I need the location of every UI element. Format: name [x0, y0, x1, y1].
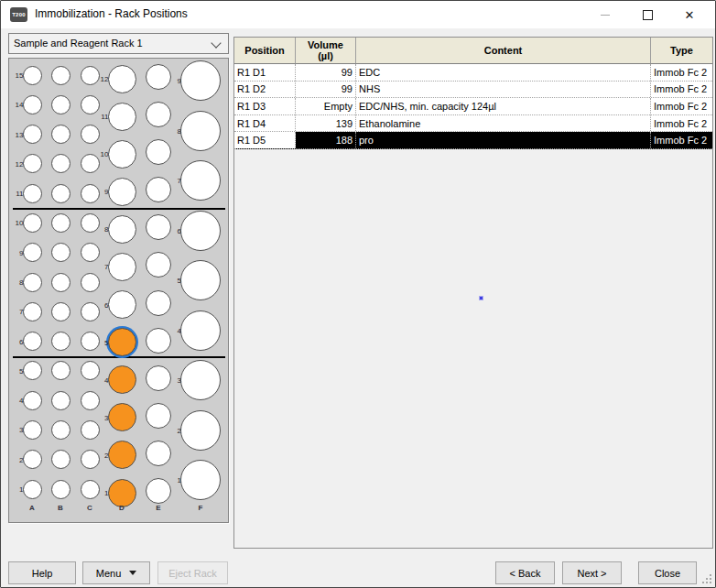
- cell-content[interactable]: Ethanolamine: [356, 115, 651, 132]
- well-C10[interactable]: [81, 213, 100, 233]
- well-C9[interactable]: [81, 243, 100, 262]
- well-D4[interactable]: [108, 365, 136, 394]
- well-C5[interactable]: [81, 361, 100, 380]
- well-E5[interactable]: [146, 328, 171, 354]
- well-F5[interactable]: [180, 260, 221, 300]
- column-header-type[interactable]: Type: [651, 38, 712, 64]
- well-F4[interactable]: [180, 310, 221, 351]
- well-A7[interactable]: [23, 302, 42, 321]
- cell-volume[interactable]: 99: [296, 64, 356, 81]
- well-F8[interactable]: [180, 111, 221, 151]
- cell-position[interactable]: R1 D3: [234, 98, 296, 114]
- well-E9[interactable]: [146, 177, 171, 202]
- well-B5[interactable]: [51, 361, 71, 380]
- cell-position[interactable]: R1 D1: [234, 64, 296, 81]
- help-button[interactable]: Help: [8, 561, 76, 584]
- well-F6[interactable]: [180, 211, 221, 251]
- well-B1[interactable]: [51, 480, 71, 499]
- well-D6[interactable]: [108, 290, 136, 319]
- well-A1[interactable]: [23, 480, 42, 499]
- table-row-R1-D2[interactable]: R1 D299NHSImmob Fc 2: [234, 82, 712, 99]
- cell-type[interactable]: Immob Fc 2: [651, 132, 712, 148]
- well-C2[interactable]: [81, 450, 100, 469]
- well-F9[interactable]: [180, 60, 221, 101]
- table-row-R1-D1[interactable]: R1 D199EDCImmob Fc 2: [234, 64, 712, 82]
- well-B12[interactable]: [51, 154, 71, 173]
- cell-volume[interactable]: 188: [296, 132, 356, 148]
- resize-grip[interactable]: [702, 574, 713, 585]
- table-row-R1-D3[interactable]: R1 D3EmptyEDC/NHS, min. capacity 124µlIm…: [234, 98, 712, 115]
- well-D9[interactable]: [108, 178, 136, 206]
- well-E1[interactable]: [146, 478, 171, 504]
- well-B11[interactable]: [51, 184, 71, 203]
- well-B8[interactable]: [51, 273, 71, 292]
- well-C3[interactable]: [81, 420, 100, 440]
- maximize-button[interactable]: [626, 1, 668, 28]
- cell-volume[interactable]: 139: [296, 115, 356, 132]
- well-B15[interactable]: [51, 66, 71, 85]
- well-C14[interactable]: [81, 95, 100, 114]
- cell-position[interactable]: R1 D5: [234, 132, 296, 148]
- well-D5[interactable]: [108, 328, 136, 356]
- table-row-R1-D4[interactable]: R1 D4139EthanolamineImmob Fc 2: [234, 115, 712, 133]
- well-C13[interactable]: [81, 125, 100, 144]
- well-B4[interactable]: [51, 391, 71, 410]
- well-A15[interactable]: [23, 66, 42, 85]
- cell-content[interactable]: NHS: [356, 82, 651, 98]
- close-button[interactable]: Close: [638, 561, 697, 584]
- well-A2[interactable]: [23, 450, 42, 469]
- well-C12[interactable]: [81, 154, 100, 173]
- well-D2[interactable]: [108, 441, 136, 469]
- well-C6[interactable]: [81, 332, 100, 351]
- cell-volume[interactable]: Empty: [296, 98, 356, 114]
- well-A14[interactable]: [23, 95, 42, 114]
- well-C11[interactable]: [81, 184, 100, 203]
- well-C15[interactable]: [81, 66, 100, 85]
- well-D8[interactable]: [108, 215, 136, 244]
- well-A12[interactable]: [23, 154, 42, 173]
- well-C1[interactable]: [81, 480, 100, 499]
- well-A8[interactable]: [23, 273, 42, 292]
- well-E10[interactable]: [146, 139, 171, 165]
- cell-content[interactable]: EDC: [356, 64, 651, 81]
- cell-position[interactable]: R1 D4: [234, 115, 296, 132]
- well-E6[interactable]: [146, 290, 171, 316]
- cell-type[interactable]: Immob Fc 2: [651, 115, 712, 132]
- well-E2[interactable]: [146, 441, 171, 466]
- well-B14[interactable]: [51, 95, 71, 114]
- well-D12[interactable]: [108, 65, 136, 93]
- well-B9[interactable]: [51, 243, 71, 262]
- well-E11[interactable]: [146, 102, 171, 127]
- close-window-button[interactable]: ✕: [668, 1, 711, 28]
- well-C4[interactable]: [81, 391, 100, 410]
- rack-selector-dropdown[interactable]: Sample and Reagent Rack 1: [8, 33, 229, 54]
- well-A4[interactable]: [23, 391, 42, 410]
- well-E12[interactable]: [146, 64, 171, 90]
- well-F3[interactable]: [180, 360, 221, 400]
- cell-content[interactable]: pro: [356, 132, 651, 148]
- well-B2[interactable]: [51, 450, 71, 469]
- well-B6[interactable]: [51, 332, 71, 351]
- well-F2[interactable]: [180, 410, 221, 451]
- well-E7[interactable]: [146, 252, 171, 278]
- menu-button[interactable]: Menu: [82, 561, 150, 584]
- column-header-volume[interactable]: Volume (µl): [296, 38, 356, 64]
- well-F1[interactable]: [180, 460, 221, 500]
- cell-type[interactable]: Immob Fc 2: [651, 64, 712, 81]
- cell-volume[interactable]: 99: [296, 82, 356, 98]
- well-E8[interactable]: [146, 214, 171, 240]
- well-C8[interactable]: [81, 273, 100, 292]
- well-E3[interactable]: [146, 403, 171, 429]
- well-B10[interactable]: [51, 213, 71, 233]
- next-button[interactable]: Next >: [562, 561, 622, 584]
- well-A5[interactable]: [23, 361, 42, 380]
- well-A3[interactable]: [23, 420, 42, 440]
- well-B3[interactable]: [51, 420, 71, 440]
- well-D7[interactable]: [108, 253, 136, 281]
- well-B13[interactable]: [51, 125, 71, 144]
- well-D11[interactable]: [108, 103, 136, 131]
- cell-content[interactable]: EDC/NHS, min. capacity 124µl: [356, 98, 651, 114]
- table-row-R1-D5[interactable]: R1 D5188proImmob Fc 2: [234, 132, 712, 149]
- well-C7[interactable]: [81, 302, 100, 321]
- cell-type[interactable]: Immob Fc 2: [651, 98, 712, 114]
